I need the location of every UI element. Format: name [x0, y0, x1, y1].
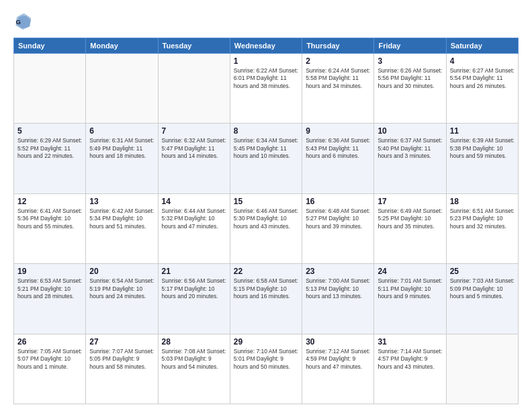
day-info: Sunrise: 6:54 AM Sunset: 5:19 PM Dayligh… — [89, 277, 154, 300]
day-info: Sunrise: 6:41 AM Sunset: 5:36 PM Dayligh… — [17, 208, 82, 230]
weekday-header-monday: Monday — [86, 38, 158, 54]
day-number: 5 — [17, 126, 82, 136]
day-number: 25 — [450, 267, 515, 276]
calendar-cell: 12Sunrise: 6:41 AM Sunset: 5:36 PM Dayli… — [14, 193, 86, 263]
day-number: 29 — [234, 337, 298, 347]
day-info: Sunrise: 7:07 AM Sunset: 5:05 PM Dayligh… — [89, 348, 154, 371]
day-number: 17 — [378, 197, 442, 206]
day-number: 14 — [162, 197, 226, 206]
day-number: 8 — [234, 126, 298, 136]
calendar-cell: 30Sunrise: 7:12 AM Sunset: 4:59 PM Dayli… — [302, 334, 374, 404]
day-number: 2 — [306, 56, 370, 66]
day-info: Sunrise: 7:00 AM Sunset: 5:13 PM Dayligh… — [306, 277, 370, 300]
day-info: Sunrise: 7:01 AM Sunset: 5:11 PM Dayligh… — [378, 277, 442, 300]
calendar-cell: 10Sunrise: 6:37 AM Sunset: 5:40 PM Dayli… — [374, 124, 446, 193]
day-number: 28 — [162, 337, 226, 347]
weekday-header-saturday: Saturday — [446, 38, 518, 54]
calendar-cell: 19Sunrise: 6:53 AM Sunset: 5:21 PM Dayli… — [14, 264, 86, 334]
day-number: 22 — [234, 267, 298, 276]
day-number: 26 — [17, 337, 82, 347]
weekday-header-friday: Friday — [374, 38, 446, 54]
day-info: Sunrise: 6:51 AM Sunset: 5:23 PM Dayligh… — [450, 208, 515, 230]
calendar-cell: 7Sunrise: 6:32 AM Sunset: 5:47 PM Daylig… — [158, 124, 230, 193]
day-info: Sunrise: 6:58 AM Sunset: 5:15 PM Dayligh… — [234, 277, 298, 300]
day-info: Sunrise: 6:39 AM Sunset: 5:38 PM Dayligh… — [450, 137, 515, 160]
weekday-header-thursday: Thursday — [302, 38, 374, 54]
day-info: Sunrise: 7:08 AM Sunset: 5:03 PM Dayligh… — [162, 348, 226, 371]
day-number: 16 — [306, 197, 370, 206]
weekday-header-tuesday: Tuesday — [158, 38, 230, 54]
calendar-cell: 4Sunrise: 6:27 AM Sunset: 5:54 PM Daylig… — [446, 54, 518, 124]
calendar-cell: 9Sunrise: 6:36 AM Sunset: 5:43 PM Daylig… — [302, 124, 374, 193]
calendar-cell: 17Sunrise: 6:49 AM Sunset: 5:25 PM Dayli… — [374, 193, 446, 263]
day-info: Sunrise: 7:14 AM Sunset: 4:57 PM Dayligh… — [378, 348, 442, 371]
day-info: Sunrise: 6:27 AM Sunset: 5:54 PM Dayligh… — [450, 67, 515, 90]
calendar-week-row: 12Sunrise: 6:41 AM Sunset: 5:36 PM Dayli… — [14, 193, 519, 263]
calendar-cell: 14Sunrise: 6:44 AM Sunset: 5:32 PM Dayli… — [158, 193, 230, 263]
day-number: 21 — [162, 267, 226, 276]
day-number: 4 — [450, 56, 515, 66]
day-number: 15 — [234, 197, 298, 206]
calendar-cell: 27Sunrise: 7:07 AM Sunset: 5:05 PM Dayli… — [86, 334, 158, 404]
calendar-cell: 28Sunrise: 7:08 AM Sunset: 5:03 PM Dayli… — [158, 334, 230, 404]
day-number: 30 — [306, 337, 370, 347]
day-info: Sunrise: 7:10 AM Sunset: 5:01 PM Dayligh… — [234, 348, 298, 371]
day-number: 6 — [89, 126, 154, 136]
day-info: Sunrise: 6:46 AM Sunset: 5:30 PM Dayligh… — [234, 208, 298, 230]
day-number: 18 — [450, 197, 515, 206]
calendar-cell: 2Sunrise: 6:24 AM Sunset: 5:58 PM Daylig… — [302, 54, 374, 124]
day-info: Sunrise: 6:24 AM Sunset: 5:58 PM Dayligh… — [306, 67, 370, 90]
day-info: Sunrise: 6:26 AM Sunset: 5:56 PM Dayligh… — [378, 67, 442, 90]
calendar-cell: 31Sunrise: 7:14 AM Sunset: 4:57 PM Dayli… — [374, 334, 446, 404]
day-info: Sunrise: 6:42 AM Sunset: 5:34 PM Dayligh… — [89, 208, 154, 230]
day-info: Sunrise: 7:12 AM Sunset: 4:59 PM Dayligh… — [306, 348, 370, 371]
day-info: Sunrise: 6:49 AM Sunset: 5:25 PM Dayligh… — [378, 208, 442, 230]
calendar-cell: 22Sunrise: 6:58 AM Sunset: 5:15 PM Dayli… — [230, 264, 302, 334]
calendar-cell — [158, 54, 230, 124]
calendar-table: SundayMondayTuesdayWednesdayThursdayFrid… — [13, 38, 519, 404]
day-info: Sunrise: 6:36 AM Sunset: 5:43 PM Dayligh… — [306, 137, 370, 160]
day-info: Sunrise: 6:32 AM Sunset: 5:47 PM Dayligh… — [162, 137, 226, 160]
calendar-cell: 5Sunrise: 6:29 AM Sunset: 5:52 PM Daylig… — [14, 124, 86, 193]
calendar-cell: 11Sunrise: 6:39 AM Sunset: 5:38 PM Dayli… — [446, 124, 518, 193]
day-info: Sunrise: 6:56 AM Sunset: 5:17 PM Dayligh… — [162, 277, 226, 300]
calendar-week-row: 5Sunrise: 6:29 AM Sunset: 5:52 PM Daylig… — [14, 124, 519, 193]
header: G — [13, 12, 519, 31]
calendar-week-row: 19Sunrise: 6:53 AM Sunset: 5:21 PM Dayli… — [14, 264, 519, 334]
calendar-cell: 1Sunrise: 6:22 AM Sunset: 6:01 PM Daylig… — [230, 54, 302, 124]
day-number: 20 — [89, 267, 154, 276]
day-number: 23 — [306, 267, 370, 276]
day-number: 10 — [378, 126, 442, 136]
calendar-cell: 8Sunrise: 6:34 AM Sunset: 5:45 PM Daylig… — [230, 124, 302, 193]
calendar-cell: 24Sunrise: 7:01 AM Sunset: 5:11 PM Dayli… — [374, 264, 446, 334]
day-info: Sunrise: 6:44 AM Sunset: 5:32 PM Dayligh… — [162, 208, 226, 230]
day-info: Sunrise: 6:22 AM Sunset: 6:01 PM Dayligh… — [234, 67, 298, 90]
calendar-cell: 20Sunrise: 6:54 AM Sunset: 5:19 PM Dayli… — [86, 264, 158, 334]
day-number: 24 — [378, 267, 442, 276]
logo: G — [13, 12, 35, 31]
day-number: 13 — [89, 197, 154, 206]
day-info: Sunrise: 6:53 AM Sunset: 5:21 PM Dayligh… — [17, 277, 82, 300]
day-number: 31 — [378, 337, 442, 347]
day-number: 1 — [234, 56, 298, 66]
calendar-cell: 15Sunrise: 6:46 AM Sunset: 5:30 PM Dayli… — [230, 193, 302, 263]
calendar-cell: 16Sunrise: 6:48 AM Sunset: 5:27 PM Dayli… — [302, 193, 374, 263]
day-number: 3 — [378, 56, 442, 66]
day-number: 7 — [162, 126, 226, 136]
day-info: Sunrise: 7:03 AM Sunset: 5:09 PM Dayligh… — [450, 277, 515, 300]
calendar-cell: 23Sunrise: 7:00 AM Sunset: 5:13 PM Dayli… — [302, 264, 374, 334]
logo-icon: G — [13, 12, 32, 31]
day-info: Sunrise: 7:05 AM Sunset: 5:07 PM Dayligh… — [17, 348, 82, 371]
day-info: Sunrise: 6:29 AM Sunset: 5:52 PM Dayligh… — [17, 137, 82, 160]
svg-text:G: G — [16, 18, 21, 26]
weekday-header-row: SundayMondayTuesdayWednesdayThursdayFrid… — [14, 38, 519, 54]
calendar-cell: 21Sunrise: 6:56 AM Sunset: 5:17 PM Dayli… — [158, 264, 230, 334]
weekday-header-wednesday: Wednesday — [230, 38, 302, 54]
day-number: 27 — [89, 337, 154, 347]
calendar-week-row: 26Sunrise: 7:05 AM Sunset: 5:07 PM Dayli… — [14, 334, 519, 404]
calendar-cell: 13Sunrise: 6:42 AM Sunset: 5:34 PM Dayli… — [86, 193, 158, 263]
day-info: Sunrise: 6:37 AM Sunset: 5:40 PM Dayligh… — [378, 137, 442, 160]
day-info: Sunrise: 6:34 AM Sunset: 5:45 PM Dayligh… — [234, 137, 298, 160]
calendar-cell: 25Sunrise: 7:03 AM Sunset: 5:09 PM Dayli… — [446, 264, 518, 334]
page: G SundayMondayTuesdayWednesdayThursdayFr… — [0, 0, 532, 411]
